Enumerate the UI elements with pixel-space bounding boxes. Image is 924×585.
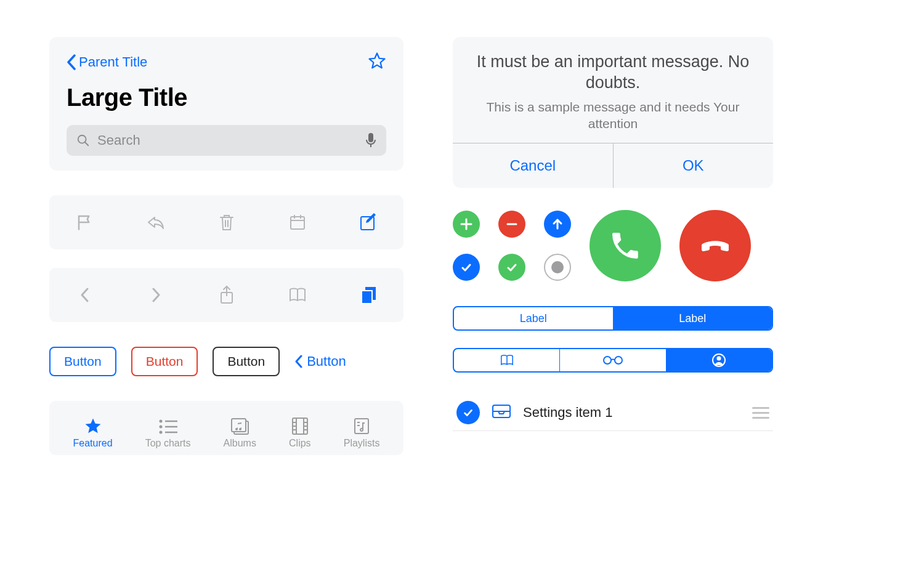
mic-icon[interactable] <box>365 132 376 148</box>
segmented-control-icons <box>453 348 773 373</box>
tab-top-charts[interactable]: Top charts <box>145 418 191 449</box>
check-icon <box>505 260 519 274</box>
nav-header-card: Parent Title Large Title <box>49 37 403 171</box>
alert-dialog: It must be an important message. No doub… <box>453 37 773 188</box>
svg-rect-5 <box>291 217 304 229</box>
compose-icon[interactable] <box>359 212 378 232</box>
copy-icon[interactable] <box>359 285 378 305</box>
call-decline-button[interactable] <box>679 210 751 281</box>
button-outline-black[interactable]: Button <box>213 347 280 376</box>
segment-user[interactable] <box>667 349 772 371</box>
alert-ok-button[interactable]: OK <box>614 143 774 188</box>
glasses-icon <box>602 355 623 365</box>
tab-label: Top charts <box>145 438 191 449</box>
remove-button[interactable] <box>498 211 525 238</box>
trash-icon[interactable] <box>217 212 237 232</box>
check-button-green[interactable] <box>498 254 525 281</box>
settings-item-label: Settings item 1 <box>523 405 741 421</box>
radio-button[interactable] <box>544 254 571 281</box>
alert-message: This is a sample message and it needs Yo… <box>470 99 756 132</box>
button-text[interactable]: Button <box>294 353 346 369</box>
page-title: Large Title <box>67 84 386 111</box>
drag-handle-icon[interactable] <box>752 407 769 419</box>
segment-label-a[interactable]: Label <box>454 307 614 329</box>
segment-label-b[interactable]: Label <box>614 307 772 329</box>
call-accept-button[interactable] <box>590 210 661 281</box>
toolbar-1 <box>49 195 403 249</box>
button-outline-red[interactable]: Button <box>131 347 198 376</box>
tab-label: Featured <box>73 438 113 449</box>
back-button[interactable]: Parent Title <box>67 54 147 70</box>
chevron-left-icon <box>67 54 76 70</box>
phone-down-icon <box>696 227 734 265</box>
svg-point-40 <box>615 357 622 364</box>
book-icon[interactable] <box>288 285 307 305</box>
flag-icon[interactable] <box>75 212 95 232</box>
search-icon <box>76 134 90 147</box>
film-icon <box>291 417 309 435</box>
chevron-right-icon[interactable] <box>146 285 166 305</box>
svg-marker-0 <box>370 54 385 68</box>
segmented-control-labels: Label Label <box>453 306 773 331</box>
back-label: Parent Title <box>79 54 147 70</box>
tab-bar: Featured Top charts Albums Clips Playlis… <box>49 401 403 455</box>
settings-list-item[interactable]: Settings item 1 <box>453 395 773 431</box>
inbox-icon <box>491 403 512 422</box>
svg-line-2 <box>85 142 89 146</box>
search-input[interactable] <box>96 132 365 149</box>
plus-icon <box>460 217 473 231</box>
svg-rect-13 <box>362 291 372 304</box>
button-text-label: Button <box>307 353 346 369</box>
svg-point-17 <box>159 431 162 434</box>
add-button[interactable] <box>453 211 480 238</box>
check-icon <box>460 260 473 274</box>
check-button-blue[interactable] <box>453 254 480 281</box>
button-row: Button Button Button Button <box>49 347 403 376</box>
list-icon <box>158 418 179 435</box>
phone-icon <box>608 228 642 263</box>
tab-clips[interactable]: Clips <box>289 417 311 449</box>
tab-label: Playlists <box>344 438 380 449</box>
star-icon <box>84 417 102 435</box>
svg-rect-3 <box>368 133 373 142</box>
user-icon <box>712 353 726 367</box>
tab-featured[interactable]: Featured <box>73 417 113 449</box>
chevron-left-icon[interactable] <box>75 285 95 305</box>
album-icon <box>230 417 249 435</box>
toolbar-2 <box>49 268 403 322</box>
circle-button-row <box>453 210 773 281</box>
svg-marker-14 <box>85 419 100 434</box>
reply-icon[interactable] <box>146 212 166 232</box>
minus-icon <box>505 217 519 231</box>
star-icon[interactable] <box>368 52 386 73</box>
alert-title: It must be an important message. No doub… <box>470 52 756 94</box>
calendar-icon[interactable] <box>288 212 307 232</box>
tab-playlists[interactable]: Playlists <box>344 417 380 449</box>
share-icon[interactable] <box>217 285 237 305</box>
upload-button[interactable] <box>544 211 571 238</box>
segment-glasses[interactable] <box>560 349 666 371</box>
svg-point-42 <box>717 357 721 361</box>
chevron-left-icon <box>294 355 303 368</box>
tab-label: Clips <box>289 438 311 449</box>
check-icon <box>456 401 480 424</box>
tab-albums[interactable]: Albums <box>224 417 256 449</box>
tab-label: Albums <box>224 438 256 449</box>
playlist-icon <box>353 417 370 435</box>
arrow-up-icon <box>551 217 564 231</box>
svg-rect-22 <box>232 419 246 432</box>
search-bar[interactable] <box>67 125 386 156</box>
segment-book[interactable] <box>454 349 560 371</box>
button-outline-blue[interactable]: Button <box>49 347 116 376</box>
svg-point-15 <box>159 420 162 423</box>
svg-point-16 <box>159 426 162 429</box>
book-icon <box>499 354 515 366</box>
svg-point-39 <box>604 357 611 364</box>
alert-cancel-button[interactable]: Cancel <box>453 143 614 188</box>
